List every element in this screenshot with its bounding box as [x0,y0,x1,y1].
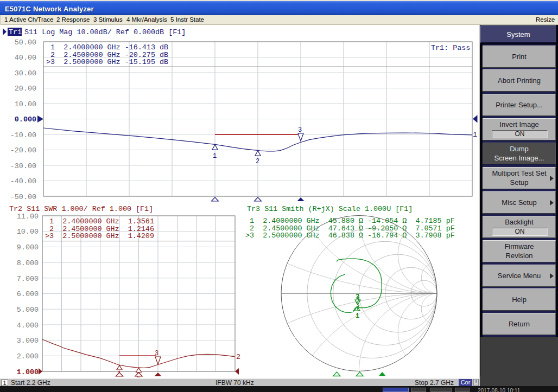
svg-text:-40.00: -40.00 [10,177,36,185]
svg-text:2: 2 [236,353,240,361]
svg-text:>3 2.5000000 GHz 1.4209: >3 2.5000000 GHz 1.4209 [41,232,154,240]
svg-text:1: 1 [356,312,359,320]
svg-text:4.000: 4.000 [17,322,39,330]
svg-text:Tr3 S11 Smith (R+jX) Scale 1.0: Tr3 S11 Smith (R+jX) Scale 1.000U [F1] [247,205,413,213]
svg-text:-30.00: -30.00 [10,162,36,170]
svg-text:Tr1: Pass: Tr1: Pass [431,44,470,52]
svg-text:>3 2.5000000 GHz -15.195 dB: >3 2.5000000 GHz -15.195 dB [42,58,168,66]
svg-text:0.000: 0.000 [15,115,36,124]
svg-text:1: 1 [213,152,217,160]
svg-text:-10.00: -10.00 [10,131,36,139]
svg-text:7.000: 7.000 [17,275,39,283]
svg-text:3.000: 3.000 [17,337,39,345]
svg-text:S11 Log Mag 10.00dB/ Ref 0.000: S11 Log Mag 10.00dB/ Ref 0.000dB [F1] [24,28,186,36]
svg-text:10.00: 10.00 [17,228,39,236]
svg-text:9.000: 9.000 [17,243,39,252]
svg-text:1: 1 [473,131,477,139]
svg-text:20.00: 20.00 [15,85,36,93]
svg-text:1.000: 1.000 [17,368,39,376]
svg-text:2: 2 [256,158,259,165]
svg-text:6.000: 6.000 [17,290,39,298]
svg-text:Tr2 S11 SWR 1.000/ Ref 1.000 [: Tr2 S11 SWR 1.000/ Ref 1.000 [F1] [9,205,153,213]
svg-text:-20.00: -20.00 [10,146,36,155]
svg-text:5.000: 5.000 [17,306,39,314]
svg-text:2.000: 2.000 [17,352,39,361]
svg-text:10.00: 10.00 [15,100,36,108]
svg-text:50.00: 50.00 [15,38,36,47]
svg-text:3: 3 [298,126,302,134]
svg-text:11.00: 11.00 [17,213,39,221]
svg-text:8.000: 8.000 [17,259,39,267]
svg-text:3: 3 [155,350,158,357]
svg-text:>3 2.5000000 GHz 46.838 Ω -1: >3 2.5000000 GHz 46.838 Ω -16.794 Ω 3.79… [241,232,455,240]
svg-text:Tr1: Tr1 [9,28,22,36]
svg-text:30.00: 30.00 [15,69,36,78]
svg-text:-50.00: -50.00 [10,193,36,201]
svg-text:40.00: 40.00 [15,54,36,62]
